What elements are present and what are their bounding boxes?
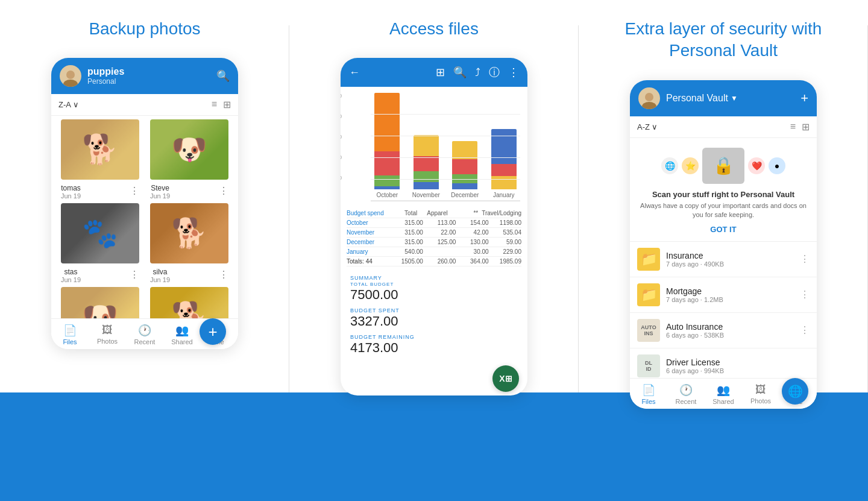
phone3-header: Personal Vault ▼ + bbox=[630, 80, 817, 116]
file-info-insurance: Insurance 7 days ago · 490KB bbox=[666, 251, 794, 268]
more-icon-stas[interactable]: ⋮ bbox=[130, 269, 139, 280]
vault-sort-bar: A-Z ∨ ≡ ⊞ bbox=[630, 116, 817, 138]
sort-label[interactable]: Z-A ∨ bbox=[58, 100, 79, 109]
blue-band-1 bbox=[0, 392, 289, 501]
table-row-january: January 540.00 30.00 229.00 bbox=[347, 247, 521, 257]
nav3-recent[interactable]: 🕐 Recent bbox=[667, 383, 705, 405]
svg-point-3 bbox=[642, 102, 656, 109]
data-table: Budget spend Total Apparel ** Travel/Lod… bbox=[341, 205, 527, 270]
bar-december: December bbox=[448, 141, 482, 198]
nav3-photos[interactable]: 🖼 Photos bbox=[742, 383, 779, 405]
photo-thumb-stas[interactable]: 🐾 bbox=[61, 203, 139, 263]
file-name-mortgage: Mortgage bbox=[666, 286, 794, 296]
info-icon[interactable]: ⓘ bbox=[489, 65, 500, 80]
phone2-header: ← ⊞ 🔍 ⤴ ⓘ ⋮ bbox=[341, 58, 527, 87]
panel1-title: Backup photos bbox=[89, 18, 200, 40]
bar-label-october: October bbox=[376, 192, 398, 198]
more-icon-insurance[interactable]: ⋮ bbox=[800, 253, 810, 265]
table-row-november: November 315.00 22.00 42.00 535.04 bbox=[347, 228, 521, 238]
nav-recent-label: Recent bbox=[134, 338, 156, 345]
recent-icon: 🕐 bbox=[138, 324, 151, 337]
vault-sort-label[interactable]: A-Z ∨ bbox=[637, 122, 658, 131]
photo-thumb-tomas[interactable]: 🐕 bbox=[61, 119, 139, 180]
budget-spent-value: 3327.00 bbox=[350, 314, 518, 329]
shared-icon3: 👥 bbox=[717, 383, 730, 397]
blue-band-3 bbox=[579, 392, 868, 501]
table-header-row: Budget spend Total Apparel ** Travel/Lod… bbox=[347, 209, 521, 218]
nav3-shared[interactable]: 👥 Shared bbox=[705, 383, 742, 405]
bar-label-november: November bbox=[412, 192, 440, 198]
grid-view-icon[interactable]: ⊞ bbox=[223, 99, 231, 110]
file-list: 📁 Insurance 7 days ago · 490KB ⋮ 📁 Mortg… bbox=[630, 242, 817, 384]
folder-icon-insurance: 📁 bbox=[637, 248, 660, 271]
svg-point-2 bbox=[645, 93, 653, 101]
nav-photos-label: Photos bbox=[97, 338, 118, 345]
recent-icon3: 🕐 bbox=[679, 383, 693, 397]
nav-files-label: Files bbox=[63, 338, 77, 345]
file-info-driver-license: Driver License 6 days ago · 994KB bbox=[666, 358, 810, 374]
nav-files[interactable]: 📄 Files bbox=[51, 324, 89, 345]
photo-thumb-steve[interactable]: 🐶 bbox=[150, 119, 228, 180]
folder-sub: Personal bbox=[87, 77, 210, 86]
more-icon-silva[interactable]: ⋮ bbox=[219, 269, 228, 280]
excel-icon: X⊞ bbox=[499, 374, 512, 383]
nav-shared-label: Shared bbox=[171, 338, 192, 345]
back-icon[interactable]: ← bbox=[349, 66, 360, 79]
bar-november: November bbox=[410, 135, 443, 198]
panel3-title: Extra layer of security with Personal Va… bbox=[621, 18, 826, 62]
photo-name-stas: stas bbox=[64, 268, 78, 276]
total-budget-value: 7500.00 bbox=[350, 287, 518, 303]
more-icon-auto[interactable]: ⋮ bbox=[800, 324, 810, 336]
bar-label-december: December bbox=[451, 192, 479, 198]
header-icons: ⊞ 🔍 ⤴ ⓘ ⋮ bbox=[436, 65, 519, 80]
nav-recent[interactable]: 🕐 Recent bbox=[126, 324, 163, 345]
got-it-button[interactable]: GOT IT bbox=[710, 225, 736, 234]
photos-icon3: 🖼 bbox=[755, 383, 766, 396]
add-vault-button[interactable]: + bbox=[800, 90, 808, 106]
photo-name-silva: silva bbox=[153, 268, 168, 276]
photo-item-stas: 🐾 stas Jun 19 ⋮ bbox=[56, 202, 144, 285]
list-view-icon[interactable]: ≡ bbox=[790, 121, 796, 133]
chart-area: 50000 40000 30000 20000 10000 100 bbox=[341, 87, 527, 205]
nav3-recent-label: Recent bbox=[676, 398, 697, 405]
y-axis-labels: 50000 40000 30000 20000 10000 100 bbox=[341, 93, 342, 201]
panel-backup-photos: Backup photos puppies Personal 🔍 Z-A ∨ bbox=[0, 0, 289, 501]
chevron-down-icon: ∨ bbox=[652, 122, 658, 131]
file-meta-driver-license: 6 days ago · 994KB bbox=[666, 367, 810, 374]
bar-chart: October November bbox=[371, 93, 520, 201]
phone2-mockup: ← ⊞ 🔍 ⤴ ⓘ ⋮ 50000 40000 30000 20000 bbox=[341, 58, 527, 395]
excel-button[interactable]: X⊞ bbox=[492, 365, 519, 392]
more-icon-tomas[interactable]: ⋮ bbox=[130, 185, 139, 197]
file-item-mortgage: 📁 Mortgage 7 days ago · 1.2MB ⋮ bbox=[630, 277, 817, 313]
nav3-files-label: Files bbox=[641, 398, 655, 405]
nav-photos[interactable]: 🖼 Photos bbox=[89, 324, 126, 345]
list-view-icon[interactable]: ≡ bbox=[212, 99, 217, 110]
search-icon[interactable]: 🔍 bbox=[216, 69, 230, 83]
file-info-mortgage: Mortgage 7 days ago · 1.2MB bbox=[666, 286, 794, 303]
nav3-files[interactable]: 📄 Files bbox=[630, 383, 667, 405]
vault-header-title: Personal Vault ▼ bbox=[666, 93, 794, 104]
photo-thumb-silva[interactable]: 🐕 bbox=[150, 203, 228, 263]
grid-icon[interactable]: ⊞ bbox=[436, 66, 445, 79]
search-icon[interactable]: 🔍 bbox=[453, 66, 467, 79]
budget-remaining-label: BUDGET REMAINING bbox=[350, 334, 518, 340]
vault-safe-icon: 🔒 bbox=[702, 148, 744, 184]
panel-personal-vault: Extra layer of security with Personal Va… bbox=[579, 0, 868, 501]
scan-button[interactable]: 🌐 bbox=[782, 378, 808, 405]
bar-label-january: January bbox=[493, 192, 515, 198]
more-icon-mortgage[interactable]: ⋮ bbox=[800, 289, 810, 300]
photo-name-tomas: tomas bbox=[61, 184, 81, 192]
photo-item-tomas: 🐕 tomas Jun 19 ⋮ bbox=[56, 118, 144, 201]
grid-view-icon[interactable]: ⊞ bbox=[802, 121, 810, 133]
photo-grid: 🐕 tomas Jun 19 ⋮ 🐶 bbox=[51, 116, 238, 349]
nav-shared[interactable]: 👥 Shared bbox=[163, 324, 201, 345]
table-row-december: December 315.00 125.00 130.00 59.00 bbox=[347, 238, 521, 247]
star-icon: ⭐ bbox=[682, 157, 699, 174]
dot-icon: ● bbox=[769, 157, 785, 174]
more-icon[interactable]: ⋮ bbox=[508, 66, 519, 79]
photo-date-silva: Jun 19 bbox=[150, 276, 170, 283]
folder-name: puppies bbox=[87, 66, 210, 77]
more-icon-steve[interactable]: ⋮ bbox=[219, 185, 228, 197]
total-budget-label: SUMMARYTOTAL BUDGET bbox=[350, 275, 518, 287]
share-icon[interactable]: ⤴ bbox=[475, 66, 480, 79]
